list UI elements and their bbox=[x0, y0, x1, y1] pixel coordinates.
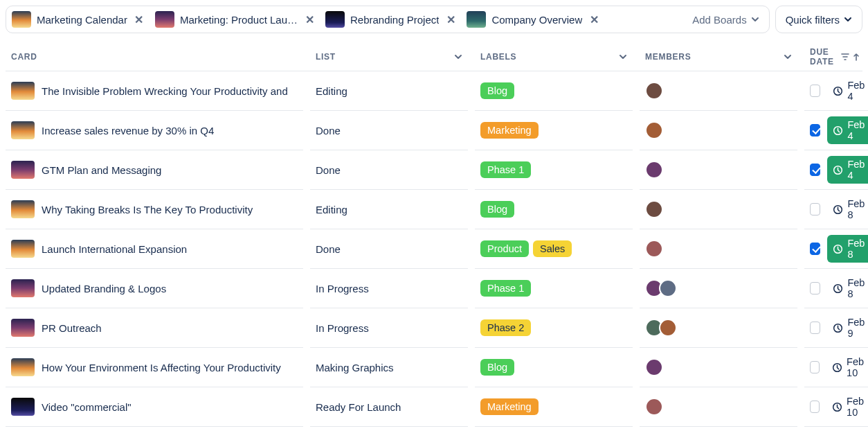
table-row[interactable]: Increase sales revenue by 30% in Q4DoneM… bbox=[6, 111, 862, 150]
labels-cell[interactable]: Phase 1 bbox=[475, 269, 633, 308]
members-cell[interactable] bbox=[640, 348, 797, 387]
due-date-badge[interactable]: Feb 4 bbox=[827, 116, 868, 144]
due-date-badge[interactable]: Feb 8 bbox=[827, 235, 868, 263]
due-date-cell[interactable]: Feb 10 bbox=[804, 387, 868, 427]
due-date-cell[interactable]: Feb 4 bbox=[804, 71, 868, 111]
members-cell[interactable] bbox=[640, 111, 797, 150]
tab-marketing-product-launch[interactable]: Marketing: Product Lau… ✕ bbox=[152, 10, 317, 29]
table-row[interactable]: PR OutreachIn ProgressPhase 2 Feb 9 bbox=[6, 308, 862, 348]
due-date-cell[interactable]: Feb 11 bbox=[804, 427, 868, 431]
label-chip[interactable]: Phase 1 bbox=[480, 280, 531, 297]
chevron-down-icon[interactable] bbox=[619, 53, 627, 61]
members-cell[interactable] bbox=[640, 269, 797, 308]
card-cell[interactable]: Launch International Expansion bbox=[6, 229, 303, 269]
list-cell[interactable]: In Progress bbox=[310, 269, 468, 308]
column-header-due-date[interactable]: DUE DATE bbox=[804, 47, 866, 67]
list-cell[interactable]: Editing bbox=[310, 71, 468, 111]
member-avatar[interactable] bbox=[645, 121, 663, 139]
labels-cell[interactable]: Phase 2 bbox=[475, 308, 633, 348]
table-row[interactable]: Productivity ProsMaking GraphicsWebinar … bbox=[6, 427, 862, 431]
member-avatar[interactable] bbox=[645, 200, 663, 218]
due-date-badge[interactable]: Feb 10 bbox=[826, 353, 868, 381]
member-avatar[interactable] bbox=[645, 358, 663, 376]
filter-icon[interactable] bbox=[841, 53, 849, 61]
table-row[interactable]: The Invisible Problem Wrecking Your Prod… bbox=[6, 71, 862, 111]
table-row[interactable]: GTM Plan and MessagingDonePhase 1 Feb 4 bbox=[6, 150, 862, 190]
labels-cell[interactable]: Blog bbox=[475, 190, 633, 229]
due-complete-checkbox[interactable] bbox=[810, 243, 820, 255]
list-cell[interactable]: Done bbox=[310, 229, 468, 269]
due-date-cell[interactable]: Feb 9 bbox=[804, 308, 868, 348]
card-cell[interactable]: Increase sales revenue by 30% in Q4 bbox=[6, 111, 303, 150]
table-row[interactable]: Video "commercial"Ready For LaunchMarket… bbox=[6, 387, 862, 427]
chevron-down-icon[interactable] bbox=[784, 53, 792, 61]
due-date-cell[interactable]: Feb 8 bbox=[804, 269, 868, 308]
quick-filters-button[interactable]: Quick filters bbox=[775, 6, 862, 33]
due-complete-checkbox[interactable] bbox=[810, 282, 820, 294]
label-chip[interactable]: Blog bbox=[480, 359, 514, 376]
due-date-badge[interactable]: Feb 10 bbox=[826, 393, 868, 421]
labels-cell[interactable]: ProductSales bbox=[475, 229, 633, 269]
chevron-down-icon[interactable] bbox=[454, 53, 462, 61]
list-cell[interactable]: Making Graphics bbox=[310, 427, 468, 431]
due-complete-checkbox[interactable] bbox=[810, 361, 820, 373]
labels-cell[interactable]: Blog bbox=[475, 348, 633, 387]
tab-rebranding-project[interactable]: Rebranding Project ✕ bbox=[323, 10, 458, 29]
list-cell[interactable]: Editing bbox=[310, 190, 468, 229]
due-complete-checkbox[interactable] bbox=[810, 203, 820, 216]
members-cell[interactable] bbox=[640, 427, 797, 431]
label-chip[interactable]: Blog bbox=[480, 201, 514, 218]
card-cell[interactable]: How Your Environment Is Affecting Your P… bbox=[6, 348, 303, 387]
tab-marketing-calendar[interactable]: Marketing Calendar ✕ bbox=[9, 10, 147, 29]
member-avatar[interactable] bbox=[645, 240, 663, 258]
close-icon[interactable]: ✕ bbox=[305, 13, 314, 26]
due-date-badge[interactable]: Feb 9 bbox=[827, 314, 868, 342]
members-cell[interactable] bbox=[640, 71, 797, 111]
due-complete-checkbox[interactable] bbox=[810, 124, 820, 137]
tab-company-overview[interactable]: Company Overview ✕ bbox=[464, 10, 602, 29]
card-cell[interactable]: Video "commercial" bbox=[6, 387, 303, 427]
table-row[interactable]: How Your Environment Is Affecting Your P… bbox=[6, 348, 862, 387]
due-complete-checkbox[interactable] bbox=[810, 322, 820, 334]
labels-cell[interactable]: Webinar bbox=[475, 427, 633, 431]
close-icon[interactable]: ✕ bbox=[589, 13, 599, 26]
column-header-card[interactable]: CARD bbox=[6, 47, 303, 67]
close-icon[interactable]: ✕ bbox=[446, 13, 455, 26]
due-complete-checkbox[interactable] bbox=[810, 401, 820, 413]
card-cell[interactable]: GTM Plan and Messaging bbox=[6, 150, 303, 190]
list-cell[interactable]: Ready For Launch bbox=[310, 387, 468, 427]
label-chip[interactable]: Marketing bbox=[480, 398, 539, 416]
members-cell[interactable] bbox=[640, 308, 797, 348]
label-chip[interactable]: Marketing bbox=[480, 122, 539, 139]
column-header-members[interactable]: MEMBERS bbox=[640, 47, 797, 67]
due-date-badge[interactable]: Feb 8 bbox=[827, 195, 868, 223]
sort-ascending-icon[interactable] bbox=[852, 53, 860, 61]
member-avatar[interactable] bbox=[645, 82, 663, 100]
member-avatar[interactable] bbox=[659, 279, 677, 297]
list-cell[interactable]: Done bbox=[310, 111, 468, 150]
table-row[interactable]: Why Taking Breaks Is The Key To Producti… bbox=[6, 190, 862, 229]
label-chip[interactable]: Sales bbox=[533, 240, 572, 258]
label-chip[interactable]: Product bbox=[480, 240, 529, 258]
due-date-cell[interactable]: Feb 10 bbox=[804, 348, 868, 387]
labels-cell[interactable]: Marketing bbox=[475, 111, 633, 150]
due-date-badge[interactable]: Feb 4 bbox=[827, 77, 868, 105]
card-cell[interactable]: Why Taking Breaks Is The Key To Producti… bbox=[6, 190, 303, 229]
due-date-cell[interactable]: Feb 8 bbox=[804, 190, 868, 229]
members-cell[interactable] bbox=[640, 150, 797, 190]
list-cell[interactable]: Done bbox=[310, 150, 468, 190]
members-cell[interactable] bbox=[640, 229, 797, 269]
due-date-badge[interactable]: Feb 8 bbox=[827, 274, 868, 302]
list-cell[interactable]: In Progress bbox=[310, 308, 468, 348]
labels-cell[interactable]: Phase 1 bbox=[475, 150, 633, 190]
card-cell[interactable]: PR Outreach bbox=[6, 308, 303, 348]
close-icon[interactable]: ✕ bbox=[134, 13, 144, 26]
card-cell[interactable]: Updated Branding & Logos bbox=[6, 269, 303, 308]
due-complete-checkbox[interactable] bbox=[810, 164, 820, 176]
member-avatar[interactable] bbox=[645, 398, 663, 416]
members-cell[interactable] bbox=[640, 387, 797, 427]
due-date-cell[interactable]: Feb 4 bbox=[804, 111, 868, 150]
due-date-cell[interactable]: Feb 4 bbox=[804, 150, 868, 190]
member-avatar[interactable] bbox=[645, 161, 663, 179]
labels-cell[interactable]: Blog bbox=[475, 71, 633, 111]
